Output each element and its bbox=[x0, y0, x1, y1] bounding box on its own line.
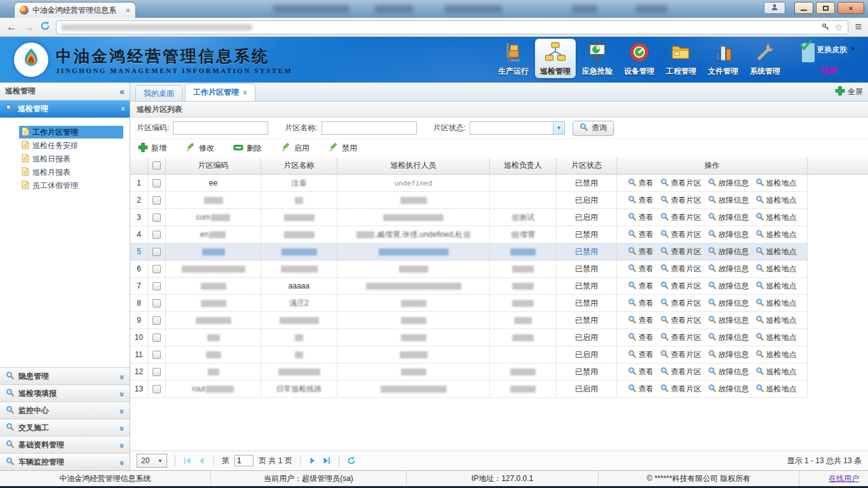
operation-link[interactable]: 查看片区 bbox=[660, 315, 702, 326]
table-row[interactable]: 5已禁用查看查看片区故障信息巡检地点 bbox=[130, 243, 808, 261]
toolbar-button[interactable]: 修改 bbox=[186, 142, 214, 154]
table-row[interactable]: 3com测试已启用查看查看片区故障信息巡检地点 bbox=[130, 209, 808, 226]
top-nav-item[interactable]: 文件管理 bbox=[703, 39, 743, 78]
operation-link[interactable]: 故障信息 bbox=[708, 349, 749, 360]
next-page-button[interactable] bbox=[308, 456, 317, 465]
checkbox[interactable] bbox=[153, 196, 161, 205]
view-tab[interactable]: 工作片区管理× bbox=[185, 83, 255, 101]
operation-link[interactable]: 查看 bbox=[628, 178, 654, 189]
table-row[interactable]: 12已禁用查看查看片区故障信息巡检地点 bbox=[130, 363, 808, 381]
grid-header-cell[interactable]: 片区状态 bbox=[557, 157, 617, 175]
operation-link[interactable]: 查看片区 bbox=[660, 298, 702, 309]
sidebar-section-collapsed[interactable]: 监控中心» bbox=[0, 402, 130, 419]
bookmark-star-icon[interactable]: ☆ bbox=[834, 22, 843, 33]
table-row[interactable]: 4en,臧儒霄,张倩,undefined,杜儒霄已禁用查看查看片区故障信息巡检地… bbox=[130, 226, 808, 243]
page-number-input[interactable] bbox=[234, 455, 254, 466]
operation-link[interactable]: 查看 bbox=[628, 384, 654, 395]
forward-button[interactable]: → bbox=[24, 22, 34, 32]
operation-link[interactable]: 查看 bbox=[628, 332, 654, 343]
operation-link[interactable]: 查看片区 bbox=[660, 349, 702, 360]
sidebar-section-collapsed[interactable]: 基础资料管理» bbox=[0, 436, 130, 453]
operation-link[interactable]: 巡检地点 bbox=[756, 315, 797, 326]
query-button[interactable]: 查询 bbox=[573, 121, 614, 136]
table-row[interactable]: 9已禁用查看查看片区故障信息巡检地点 bbox=[130, 312, 808, 329]
operation-link[interactable]: 查看片区 bbox=[660, 195, 702, 206]
operation-link[interactable]: 故障信息 bbox=[708, 315, 749, 326]
operation-link[interactable]: 故障信息 bbox=[708, 247, 749, 257]
operation-link[interactable]: 故障信息 bbox=[708, 195, 749, 206]
operation-link[interactable]: 巡检地点 bbox=[756, 332, 797, 343]
checkbox[interactable] bbox=[153, 334, 161, 342]
checkbox[interactable] bbox=[153, 161, 161, 170]
operation-link[interactable]: 巡检地点 bbox=[756, 298, 797, 309]
grid-header-cell[interactable]: 片区编码 bbox=[166, 157, 261, 175]
sidebar-section-patrol[interactable]: 巡检管理 » bbox=[0, 100, 130, 118]
browser-menu-icon[interactable]: ≡ bbox=[855, 20, 862, 34]
fullscreen-button[interactable]: 全屏 bbox=[835, 86, 863, 101]
operation-link[interactable]: 查看片区 bbox=[660, 332, 702, 343]
tab-close-icon[interactable]: × bbox=[243, 88, 247, 97]
operation-link[interactable]: 查看 bbox=[628, 367, 654, 377]
last-page-button[interactable] bbox=[322, 456, 331, 465]
name-input[interactable] bbox=[322, 121, 417, 135]
checkbox[interactable] bbox=[153, 316, 161, 325]
status-select[interactable]: ▼ bbox=[470, 121, 565, 135]
operation-link[interactable]: 故障信息 bbox=[708, 332, 749, 343]
sidebar-item[interactable]: 巡检月报表 bbox=[19, 166, 123, 179]
operation-link[interactable]: 巡检地点 bbox=[756, 212, 797, 223]
operation-link[interactable]: 巡检地点 bbox=[756, 384, 797, 395]
top-nav-item[interactable]: 工程管理 bbox=[661, 39, 702, 78]
operation-link[interactable]: 巡检地点 bbox=[756, 229, 797, 240]
online-users-link[interactable]: 在线用户 bbox=[829, 473, 859, 484]
sidebar-item[interactable]: 巡检日报表 bbox=[19, 152, 123, 165]
top-nav-item[interactable]: 应急抢险 bbox=[577, 39, 618, 78]
operation-link[interactable]: 查看 bbox=[628, 229, 654, 240]
operation-link[interactable]: 故障信息 bbox=[708, 281, 749, 292]
window-minimize-button[interactable] bbox=[794, 2, 813, 14]
sidebar-section-collapsed[interactable]: 车辆监控管理» bbox=[0, 453, 130, 470]
operation-link[interactable]: 查看片区 bbox=[660, 229, 702, 240]
operation-link[interactable]: 故障信息 bbox=[708, 367, 749, 377]
change-skin-label[interactable]: 更换皮肤 bbox=[817, 44, 848, 55]
sidebar-item[interactable]: 员工休假管理 bbox=[19, 179, 123, 192]
grid-header-cell[interactable]: 片区名称 bbox=[261, 157, 337, 175]
operation-link[interactable]: 巡检地点 bbox=[756, 367, 797, 377]
refresh-button[interactable] bbox=[347, 456, 356, 465]
operation-link[interactable]: 查看片区 bbox=[660, 212, 702, 223]
operation-link[interactable]: 巡检地点 bbox=[756, 195, 797, 206]
code-input[interactable] bbox=[173, 121, 268, 135]
sidebar-item[interactable]: 工作片区管理 bbox=[19, 126, 123, 139]
window-close-button[interactable]: × bbox=[837, 2, 864, 14]
grid-header-cell[interactable]: 操作 bbox=[617, 157, 808, 175]
table-row[interactable]: 1ee汶泰undefined已禁用查看查看片区故障信息巡检地点 bbox=[130, 175, 808, 192]
checkbox[interactable] bbox=[153, 265, 161, 273]
tab-close-icon[interactable]: × bbox=[125, 6, 130, 15]
sidebar-collapse-icon[interactable]: « bbox=[119, 86, 125, 97]
operation-link[interactable]: 故障信息 bbox=[708, 178, 749, 189]
table-row[interactable]: 6已禁用查看查看片区故障信息巡检地点 bbox=[130, 261, 808, 278]
table-row[interactable]: 8满庄2已禁用查看查看片区故障信息巡检地点 bbox=[130, 295, 808, 312]
table-row[interactable]: 13rout日常巡检线路已启用查看查看片区故障信息巡检地点 bbox=[130, 381, 808, 398]
sidebar-section-collapsed[interactable]: 隐患管理» bbox=[0, 367, 130, 384]
operation-link[interactable]: 故障信息 bbox=[708, 264, 749, 274]
first-page-button[interactable] bbox=[183, 456, 192, 465]
top-nav-active-item[interactable]: 巡检管理 bbox=[535, 39, 576, 78]
table-row[interactable]: 11已启用查看查看片区故障信息巡检地点 bbox=[130, 346, 808, 363]
operation-link[interactable]: 巡检地点 bbox=[756, 349, 797, 360]
checkbox[interactable] bbox=[153, 231, 161, 239]
operation-link[interactable]: 故障信息 bbox=[708, 384, 749, 395]
operation-link[interactable]: 故障信息 bbox=[708, 229, 749, 240]
top-nav-item[interactable]: 设备管理 bbox=[619, 39, 660, 78]
grid-header-cell[interactable]: 巡检负责人 bbox=[490, 157, 557, 175]
operation-link[interactable]: 查看 bbox=[628, 298, 654, 309]
toolbar-button[interactable]: 禁用 bbox=[329, 142, 357, 154]
operation-link[interactable]: 巡检地点 bbox=[756, 281, 797, 292]
view-tab[interactable]: 我的桌面 bbox=[135, 85, 182, 101]
sidebar-item[interactable]: 巡检任务安排 bbox=[19, 139, 123, 152]
checkbox[interactable] bbox=[153, 248, 161, 256]
prev-page-button[interactable] bbox=[197, 456, 206, 465]
checkbox[interactable] bbox=[153, 351, 161, 359]
table-row[interactable]: 10已启用查看查看片区故障信息巡检地点 bbox=[130, 329, 808, 346]
address-bar[interactable]: ☆ bbox=[56, 20, 848, 34]
operation-link[interactable]: 故障信息 bbox=[708, 298, 749, 309]
